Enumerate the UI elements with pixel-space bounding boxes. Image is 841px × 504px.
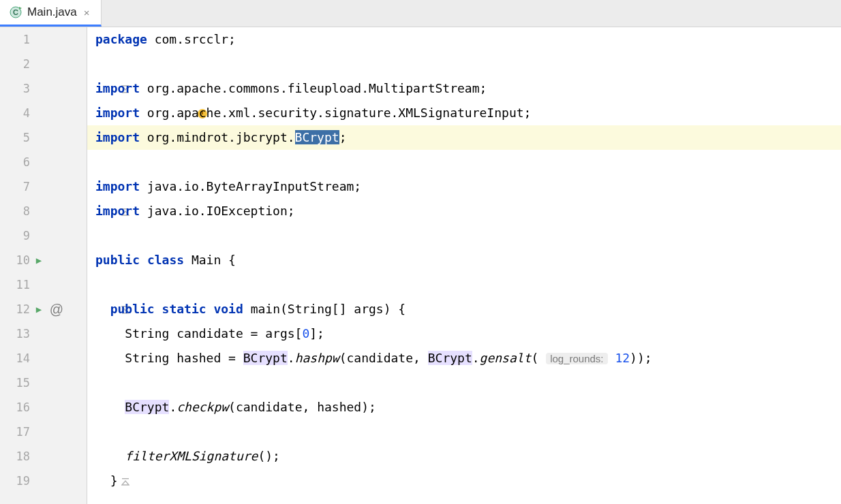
run-icon[interactable]: ▶ (30, 248, 48, 272)
line-number: 8 (0, 199, 30, 223)
run-icon[interactable]: ▶ (30, 297, 48, 321)
code-line[interactable]: filterXMLSignature(); (87, 444, 841, 469)
line-number: 5 (0, 125, 30, 150)
fold-icon[interactable] (65, 272, 82, 346)
code-line[interactable]: import org.mindrot.jbcrypt.BCrypt; (87, 125, 841, 150)
gutter-row: 14 (0, 346, 87, 371)
code-line[interactable]: import org.apache.commons.fileupload.Mul… (87, 76, 841, 101)
line-number: 7 (0, 174, 30, 199)
line-number: 16 (0, 395, 30, 420)
svg-text:C: C (13, 8, 18, 16)
code-line[interactable]: import java.io.ByteArrayInputStream; (87, 174, 841, 199)
line-number: 2 (0, 52, 30, 76)
gutter-row: 10 ▶ (0, 248, 87, 272)
code-line[interactable] (87, 420, 841, 444)
editor: 1 2 3 4 5 6 7 8 (0, 27, 841, 504)
code-line[interactable]: String candidate = args[0]; (87, 321, 841, 346)
code-line[interactable] (87, 272, 841, 297)
line-number: 1 (0, 27, 30, 52)
line-number: 9 (0, 223, 30, 248)
line-number: 17 (0, 420, 30, 444)
code-line[interactable]: package com.srcclr; (87, 27, 841, 52)
fold-icon[interactable] (65, 52, 82, 125)
tab-label: Main.java (27, 5, 77, 19)
code-line[interactable]: import org.apache.xml.security.signature… (87, 101, 841, 125)
line-number: 18 (0, 444, 30, 469)
breakpoint-icon[interactable]: @ (48, 297, 65, 321)
line-number: 4 (0, 101, 30, 125)
tab-bar: C Main.java × (0, 0, 841, 27)
parameter-hint: log_rounds: (546, 353, 607, 364)
gutter-row: 5 (0, 125, 87, 150)
code-line[interactable] (87, 223, 841, 248)
code-line[interactable]: BCrypt.checkpw(candidate, hashed); (87, 395, 841, 420)
line-number: 3 (0, 76, 30, 101)
close-icon[interactable]: × (82, 7, 91, 18)
line-number: 10 (0, 248, 30, 272)
code-line[interactable]: String hashed = BCrypt.hashpw(candidate,… (87, 346, 841, 371)
gutter-row: 19 (0, 469, 87, 493)
gutter-row: 6 (0, 150, 87, 174)
gutter-row: 8 (0, 199, 87, 223)
gutter-row: 16 (0, 395, 87, 420)
fold-icon[interactable] (65, 174, 82, 248)
gutter-row: 15 (0, 371, 87, 395)
fold-icon[interactable] (65, 444, 82, 504)
code-line[interactable]: public static void main(String[] args) { (87, 297, 841, 321)
line-number: 6 (0, 150, 30, 174)
code-line[interactable] (87, 371, 841, 395)
code-line[interactable]: } (87, 469, 841, 493)
line-number: 19 (0, 469, 30, 493)
java-class-icon: C (10, 6, 22, 18)
line-number: 12 (0, 297, 30, 321)
selected-text: BCrypt (295, 130, 339, 144)
line-number: 11 (0, 272, 30, 297)
line-number: 14 (0, 346, 30, 371)
line-number: 13 (0, 321, 30, 346)
line-number: 15 (0, 371, 30, 395)
gutter-row: 17 (0, 420, 87, 444)
tab-main-java[interactable]: C Main.java × (0, 0, 102, 27)
code-area[interactable]: package com.srcclr; import org.apache.co… (87, 27, 841, 504)
gutter-row: 1 (0, 27, 87, 52)
code-line[interactable]: public class Main { (87, 248, 841, 272)
gutter-row: 3 (0, 76, 87, 101)
code-line[interactable]: import java.io.IOException; (87, 199, 841, 223)
code-line[interactable] (87, 150, 841, 174)
code-line[interactable] (87, 52, 841, 76)
gutter-row: 12 ▶ @ (0, 297, 87, 321)
gutter: 1 2 3 4 5 6 7 8 (0, 27, 87, 504)
